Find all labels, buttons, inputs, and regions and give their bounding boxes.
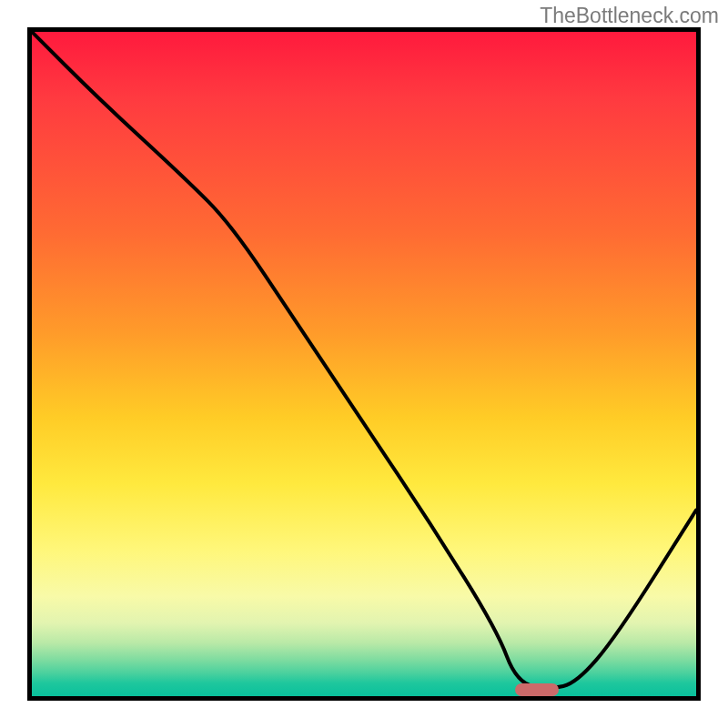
bottleneck-curve-path <box>32 32 696 688</box>
watermark-text: TheBottleneck.com <box>540 4 719 28</box>
optimal-marker <box>515 683 559 696</box>
curve-overlay <box>32 32 696 696</box>
plot-area <box>27 27 701 701</box>
chart-frame: TheBottleneck.com <box>0 0 728 728</box>
